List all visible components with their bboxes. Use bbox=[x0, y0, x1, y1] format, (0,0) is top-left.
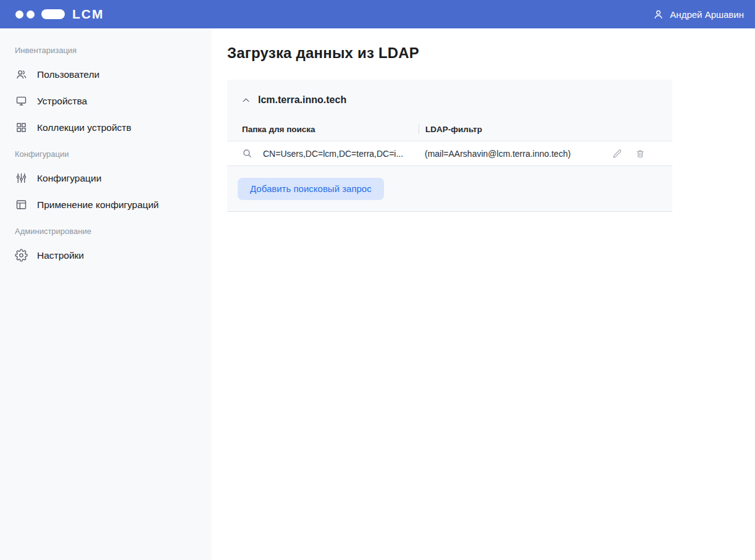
folder-cell: CN=Users,DC=lcm,DC=terra,DC=i... bbox=[227, 148, 419, 159]
edit-button[interactable] bbox=[611, 148, 624, 160]
user-menu[interactable]: Андрей Аршавин bbox=[653, 9, 744, 20]
sidebar-item-apply-configurations[interactable]: Применение конфигураций bbox=[0, 191, 212, 218]
add-search-query-button[interactable]: Добавить поисковый запрос bbox=[238, 178, 384, 200]
domain-title: lcm.terra.inno.tech bbox=[258, 94, 346, 106]
monitor-icon bbox=[15, 94, 28, 107]
logo-dot-icon bbox=[15, 10, 23, 19]
sidebar: Инвентаризация Пользователи Устройства bbox=[0, 28, 212, 560]
sidebar-item-label: Устройства bbox=[37, 96, 87, 107]
folder-value: CN=Users,DC=lcm,DC=terra,DC=i... bbox=[263, 149, 403, 159]
sidebar-item-label: Настройки bbox=[37, 250, 84, 261]
brand-logo[interactable]: LCM bbox=[15, 7, 104, 22]
sidebar-item-label: Применение конфигураций bbox=[37, 199, 159, 211]
page-title: Загрузка данных из LDAP bbox=[227, 44, 755, 62]
logo-dot-icon bbox=[27, 10, 35, 19]
ldap-domain-card: lcm.terra.inno.tech Папка для поиска LDA… bbox=[227, 80, 672, 212]
sidebar-item-label: Пользователи bbox=[37, 69, 99, 80]
brand-name: LCM bbox=[72, 7, 104, 22]
row-actions bbox=[611, 148, 672, 160]
sidebar-item-devices[interactable]: Устройства bbox=[0, 88, 212, 114]
sidebar-section-administration: Администрирование bbox=[0, 218, 212, 242]
sidebar-item-label: Конфигурации bbox=[37, 173, 101, 184]
top-bar: LCM Андрей Аршавин bbox=[0, 0, 755, 28]
main-content: Загрузка данных из LDAP lcm.terra.inno.t… bbox=[212, 28, 755, 560]
sidebar-item-configurations[interactable]: Конфигурации bbox=[0, 165, 212, 191]
chevron-up-icon[interactable] bbox=[241, 96, 251, 105]
gear-icon bbox=[15, 249, 28, 262]
sliders-icon bbox=[15, 172, 28, 185]
table-row: CN=Users,DC=lcm,DC=terra,DC=i... (mail=A… bbox=[227, 141, 672, 166]
sidebar-item-device-collections[interactable]: Коллекции устройств bbox=[0, 114, 212, 141]
sidebar-section-configs: Конфигурации bbox=[0, 141, 212, 165]
sidebar-item-label: Коллекции устройств bbox=[37, 122, 131, 133]
sidebar-section-inventory: Инвентаризация bbox=[0, 37, 212, 61]
sidebar-item-settings[interactable]: Настройки bbox=[0, 242, 212, 269]
logo-pill-icon bbox=[41, 9, 65, 19]
pencil-icon bbox=[612, 149, 622, 159]
users-icon bbox=[15, 68, 28, 81]
column-header-folder: Папка для поиска bbox=[227, 125, 419, 134]
sidebar-item-users[interactable]: Пользователи bbox=[0, 61, 212, 88]
layout-icon bbox=[15, 198, 28, 211]
column-header-filter: LDAP-фильтр bbox=[419, 125, 482, 134]
person-icon bbox=[653, 9, 664, 20]
filter-cell: (mail=AArshavin@lcm.terra.inno.tech) bbox=[419, 149, 611, 159]
delete-button[interactable] bbox=[634, 148, 646, 160]
table-header: Папка для поиска LDAP-фильтр bbox=[227, 124, 672, 134]
user-name: Андрей Аршавин bbox=[670, 9, 744, 20]
search-icon bbox=[242, 148, 252, 159]
grid-icon bbox=[15, 121, 28, 134]
domain-collapse-header[interactable]: lcm.terra.inno.tech bbox=[227, 94, 672, 106]
trash-icon bbox=[635, 149, 645, 159]
